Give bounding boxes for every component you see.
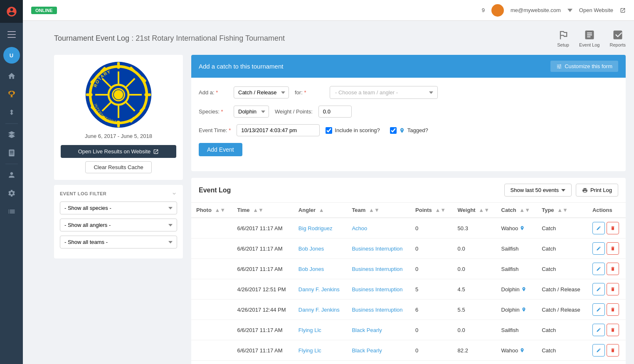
td-angler[interactable]: Danny F. Jenkins (294, 279, 347, 300)
td-photo (191, 340, 232, 361)
delete-row-button[interactable] (607, 263, 619, 275)
filter-card: EVENT LOG FILTER - Show all species - - … (54, 185, 183, 258)
sidebar-item-user[interactable] (0, 166, 23, 184)
show-last-events-button[interactable]: Show last 50 events (504, 184, 572, 197)
edit-row-button[interactable] (592, 324, 605, 336)
edit-row-button[interactable] (592, 263, 605, 275)
tagged-checkbox[interactable] (390, 127, 397, 134)
td-type: Catch / Release (537, 279, 587, 300)
td-type: Catch (537, 259, 587, 279)
delete-row-button[interactable] (607, 222, 619, 234)
td-actions (587, 218, 626, 239)
chevron-down-icon (567, 9, 572, 12)
print-log-button[interactable]: Print Log (576, 184, 618, 197)
location-pin-icon (399, 128, 405, 133)
td-type: Catch (537, 340, 587, 361)
sidebar-item-list[interactable] (0, 202, 23, 221)
event-time-input[interactable] (237, 124, 320, 136)
species-select[interactable]: Dolphin (234, 106, 269, 118)
col-photo[interactable]: Photo ▲▼ (191, 203, 232, 218)
species-filter[interactable]: - Show all species - (60, 202, 177, 214)
td-catch: Sailfish (496, 259, 537, 279)
add-type-select[interactable]: Catch / Release (234, 86, 289, 98)
header-actions: Setup Event Log Reports (557, 29, 626, 47)
species-label: Species: * (199, 108, 228, 115)
td-angler[interactable]: March Angler1 (294, 361, 347, 364)
team-angler-select[interactable]: - Choose a team / angler - (330, 86, 438, 99)
sidebar-item-book[interactable] (0, 144, 23, 162)
td-team[interactable]: Achoo (347, 218, 410, 239)
td-team[interactable]: Business Interruption (347, 259, 410, 279)
td-catch: Wahoo (496, 340, 537, 361)
delete-row-button[interactable] (607, 324, 619, 336)
weight-input[interactable] (318, 106, 352, 118)
td-actions (587, 340, 626, 361)
topbar-avatar[interactable] (491, 4, 504, 17)
svg-point-27 (114, 90, 123, 99)
td-points: 6 (410, 300, 452, 320)
edit-row-button[interactable] (592, 242, 605, 255)
sidebar-menu-toggle[interactable] (0, 25, 23, 44)
topbar-email[interactable]: me@mywebsite.com (511, 7, 561, 13)
delete-row-button[interactable] (607, 242, 619, 255)
td-angler[interactable]: Big Rodriguez (294, 218, 347, 239)
anglers-filter[interactable]: - Show all anglers - (60, 219, 177, 231)
add-a-label: Add a: * (199, 89, 228, 96)
td-photo (191, 300, 232, 320)
td-angler[interactable]: Flying Llc (294, 340, 347, 361)
edit-row-button[interactable] (592, 222, 605, 234)
td-team[interactable]: Business Interruption (347, 239, 410, 259)
td-angler[interactable]: Danny F. Jenkins (294, 300, 347, 320)
col-team[interactable]: Team ▲▼ (347, 203, 410, 218)
col-catch[interactable]: Catch ▲▼ (496, 203, 537, 218)
event-log-action[interactable]: Event Log (579, 29, 600, 47)
td-angler[interactable]: Bob Jones (294, 239, 347, 259)
svg-rect-7 (117, 62, 120, 69)
edit-row-button[interactable] (592, 303, 605, 316)
col-time[interactable]: Time ▲▼ (232, 203, 293, 218)
topbar: ONLINE 9 me@mywebsite.com Open Website (23, 0, 634, 21)
setup-action[interactable]: Setup (557, 29, 569, 47)
chevron-down-icon (561, 189, 565, 192)
sidebar-item-trophy[interactable] (0, 85, 23, 103)
app-logo (0, 0, 23, 23)
form-header: Add a catch to this tournament Customize… (191, 55, 626, 78)
clear-results-cache-button[interactable]: Clear Results Cache (85, 161, 152, 173)
delete-row-button[interactable] (607, 303, 619, 316)
user-avatar[interactable]: U (3, 47, 20, 64)
td-team[interactable]: Black Pearly (347, 340, 410, 361)
td-team[interactable]: Business Interruption (347, 300, 410, 320)
col-weight[interactable]: Weight ▲▼ (453, 203, 496, 218)
td-photo (191, 218, 232, 239)
td-team[interactable]: Business Interruption (347, 279, 410, 300)
sidebar-item-anchor[interactable] (0, 103, 23, 122)
delete-row-button[interactable] (607, 283, 619, 295)
open-website-link[interactable]: Open Website (579, 7, 613, 13)
edit-row-button[interactable] (592, 283, 605, 295)
td-time: 6/6/2017 11:17 AM (232, 361, 293, 364)
td-team[interactable]: Black Pearly (347, 320, 410, 340)
td-angler[interactable]: Bob Jones (294, 259, 347, 279)
sidebar-item-layers[interactable] (0, 125, 23, 144)
sidebar-item-settings[interactable] (0, 184, 23, 202)
td-photo (191, 320, 232, 340)
td-team[interactable]: March "team 2" (347, 361, 410, 364)
teams-filter[interactable]: - Show all teams - (60, 236, 177, 248)
add-event-button[interactable]: Add Event (199, 143, 242, 156)
col-type[interactable]: Type ▲▼ (537, 203, 587, 218)
col-angler[interactable]: Angler ▲ (294, 203, 347, 218)
td-time: 4/26/2017 12:51 PM (232, 279, 293, 300)
td-time: 6/6/2017 11:17 AM (232, 218, 293, 239)
col-points[interactable]: Points ▲▼ (410, 203, 452, 218)
open-live-results-button[interactable]: Open Live Results on Website (61, 145, 176, 158)
td-weight: 50.3 (453, 218, 496, 239)
include-scoring-checkbox[interactable] (326, 127, 332, 134)
reports-action[interactable]: Reports (609, 29, 626, 47)
delete-row-button[interactable] (607, 344, 619, 357)
filter-collapse-icon[interactable] (171, 191, 177, 197)
customize-form-button[interactable]: Customize this form (550, 61, 618, 72)
edit-row-button[interactable] (592, 344, 605, 357)
td-points: 0 (410, 259, 452, 279)
td-angler[interactable]: Flying Llc (294, 320, 347, 340)
sidebar-item-home[interactable] (0, 67, 23, 85)
